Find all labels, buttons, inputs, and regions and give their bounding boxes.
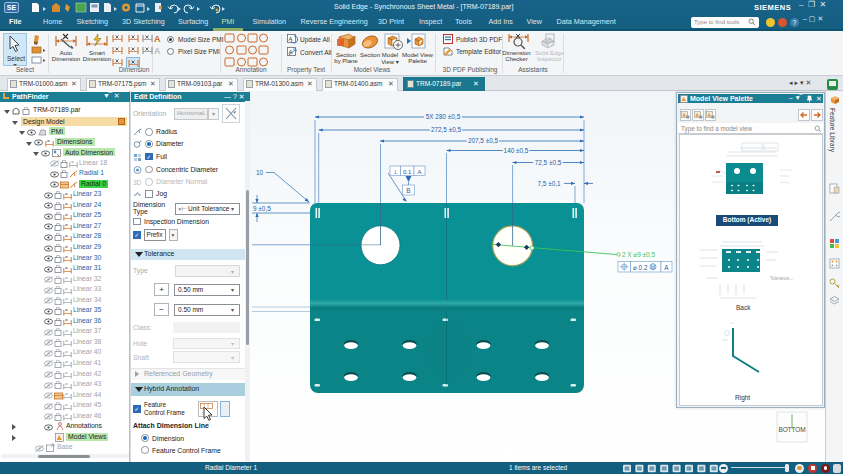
svg-text:B: B (406, 187, 410, 194)
svg-text:BOTTOM: BOTTOM (778, 426, 805, 433)
svg-text:3D: 3D (133, 179, 142, 186)
svg-text:0.1: 0.1 (403, 169, 412, 175)
svg-text:10: 10 (256, 169, 264, 176)
svg-text:207,5 ±0,5: 207,5 ±0,5 (468, 137, 499, 144)
svg-text:A: A (548, 36, 552, 42)
svg-text:A: A (289, 36, 293, 42)
svg-text:⌀ 0.2: ⌀ 0.2 (633, 264, 648, 271)
svg-text:7,5 ±0,1: 7,5 ±0,1 (537, 180, 560, 187)
svg-text:5X 280 ±0,5: 5X 280 ±0,5 (426, 113, 461, 120)
svg-text:⊥: ⊥ (392, 169, 397, 175)
svg-text:M: M (651, 265, 655, 270)
svg-text:9 ±0,5: 9 ±0,5 (253, 205, 271, 212)
svg-text:140 ±0,5: 140 ±0,5 (504, 147, 529, 154)
svg-text:72,5 ±0,5: 72,5 ±0,5 (535, 159, 562, 166)
svg-text:272,5 ±0,5: 272,5 ±0,5 (431, 126, 462, 133)
svg-text:A: A (664, 264, 669, 271)
svg-text:2 X ⌀9 ±0,5: 2 X ⌀9 ±0,5 (622, 251, 655, 258)
svg-text:Tolerance...: Tolerance... (770, 276, 793, 281)
svg-text:A: A (417, 169, 421, 175)
